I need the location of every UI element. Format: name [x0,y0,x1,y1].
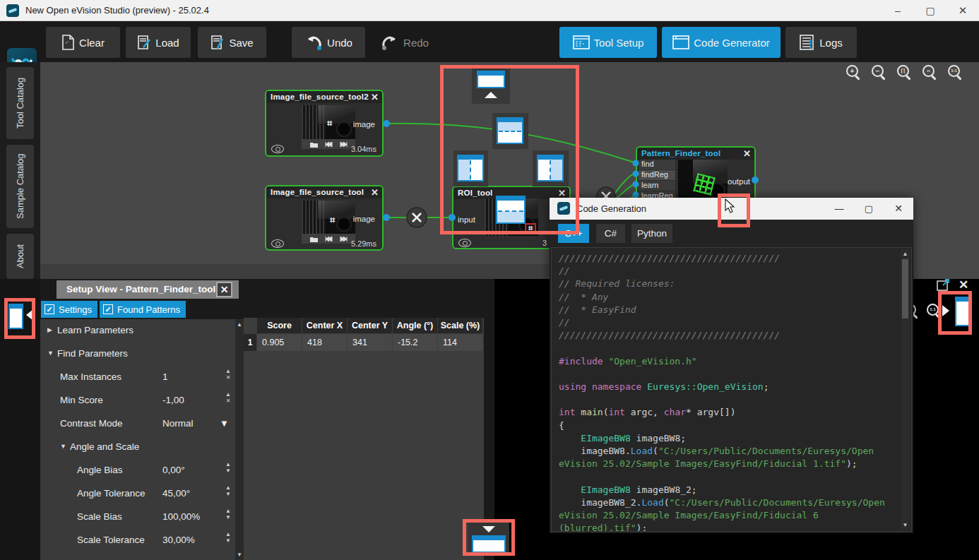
tree-value[interactable]: 30,00% [162,535,195,545]
sidebar-tab-tool-catalog[interactable]: Tool Catalog [6,67,34,139]
setup-view-close-icon[interactable]: ✕ [216,282,232,297]
tab-python[interactable]: Python [631,224,672,243]
undo-button[interactable]: Undo [292,27,365,58]
tree-row-angle-and-scale[interactable]: ▼Angle and Scale [40,436,235,459]
code-line: // Required licenses: [559,278,898,290]
tree-value[interactable]: Normal [162,418,194,429]
clear-button[interactable]: +˟ Clear [46,27,120,58]
tree-row-max-instances[interactable]: Max Instances1▲✕ [40,366,235,389]
zoom-one-to-one-icon[interactable]: 1:1 [948,65,965,82]
image-panel-close-icon[interactable]: ✕ [956,278,971,292]
tree-row-scale-bias[interactable]: Scale Bias100,00%▲▼ [40,506,235,529]
table-header-center-y[interactable]: Center Y [347,318,392,333]
popout-icon[interactable] [937,279,951,292]
spinner-control[interactable]: ▲▼ [222,531,234,544]
table-cell[interactable]: 341 [347,334,392,351]
node-image-file-source-tool[interactable]: Image_file_source_tool ✕ ⌗ image 5.29ms [265,185,384,251]
next-image-icon[interactable] [340,141,348,148]
tree-value[interactable]: 1 [162,371,168,382]
code-line: eVision 25.02/Sample Images/EasyFind/Fid… [559,458,898,470]
maximize-button[interactable]: ▢ [854,198,884,220]
spinner-clear-control[interactable]: ▲✕ [222,391,234,404]
found-patterns-checkbox[interactable]: ✓ [103,304,113,314]
sidebar-tab-about[interactable]: About [6,234,34,279]
tool-setup-button[interactable]: Tool Setup [559,27,657,58]
maximize-button[interactable]: ▢ [914,0,947,21]
parameter-tree-scrollbar[interactable]: ▲ ▼ [235,319,244,560]
spinner-control[interactable]: ▲▼ [222,484,234,497]
visibility-eye-icon[interactable] [458,239,471,247]
previous-image-icon[interactable] [325,236,333,242]
open-folder-icon[interactable] [310,141,318,148]
close-button[interactable]: ✕ [884,198,913,220]
expand-icon[interactable]: ▶ [47,326,52,333]
code-scrollbar[interactable]: ▲ ▼ [901,249,910,530]
table-header-score[interactable]: Score [256,318,302,333]
scroll-down-icon[interactable]: ▼ [901,522,910,528]
table-header-angle-[interactable]: Angle (°) [392,318,437,333]
node-close-icon[interactable]: ✕ [371,187,379,198]
table-cell[interactable]: 114 [437,334,482,351]
spinner-control[interactable]: ▲▼ [222,461,234,474]
minimize-button[interactable]: — [824,198,854,220]
node-close-icon[interactable]: ✕ [371,92,379,102]
tree-row-find-parameters[interactable]: ▼Find Parameters [40,342,235,366]
tree-value[interactable]: -1,00 [162,395,184,405]
table-header-center-x[interactable]: Center X [302,318,347,333]
tree-label: Contrast Mode [60,418,123,429]
spinner-control[interactable]: ▲▼ [222,508,234,520]
close-button[interactable]: ✕ [947,0,979,21]
settings-checkbox[interactable]: ✓ [44,304,54,314]
tree-row-min-score[interactable]: Min Score-1,00▲✕ [40,389,235,412]
scroll-up-icon[interactable]: ▲ [235,321,244,328]
minimize-button[interactable]: – [882,0,914,21]
tree-row-angle-bias[interactable]: Angle Bias0,00°▲▼ [40,459,235,482]
collapse-icon[interactable]: ▼ [47,350,54,357]
tree-label: Angle Tolerance [77,488,146,499]
node-image-file-source-tool2[interactable]: Image_file_source_tool2 ✕ ⌗ image 3.04ms [265,90,384,157]
scroll-up-icon[interactable]: ▲ [901,251,910,257]
zoom-fit-icon[interactable]: ⌈⌉ [897,65,914,82]
settings-toggle[interactable]: ✓ Settings [41,301,97,318]
code-generator-button[interactable]: Code Generator [662,27,781,58]
zoom-in-icon[interactable]: + [846,65,863,82]
node-close-icon[interactable]: ✕ [743,148,751,159]
found-patterns-label: Found Patterns [117,304,180,315]
sidebar-tab-sample-catalog[interactable]: Sample Catalog [6,145,34,228]
table-cell[interactable]: 0.905 [256,334,302,351]
collapse-icon[interactable]: ▼ [60,443,66,450]
tree-row-learn-parameters[interactable]: ▶Learn Parameters [40,319,235,342]
logs-button[interactable]: Logs [785,27,857,58]
scroll-down-icon[interactable]: ▼ [235,552,244,558]
tree-value[interactable]: 0,00° [162,465,185,475]
node-thumbnail: ⌗ [302,105,355,139]
open-folder-icon[interactable] [310,236,318,242]
load-button[interactable]: Load [126,27,191,58]
save-button[interactable]: Save [198,27,266,58]
found-patterns-toggle[interactable]: ✓ Found Patterns [100,301,186,318]
tree-row-advanced[interactable]: ▶Advanced [40,552,235,560]
visibility-eye-icon[interactable] [271,145,284,153]
redo-button[interactable]: Redo [372,27,437,58]
zoom-extents-icon[interactable]: ‹› [922,65,939,82]
spinner-clear-control[interactable]: ▲✕ [222,368,234,381]
code-line: // * Any [559,291,898,304]
next-image-icon[interactable] [340,236,348,242]
main-toolbar: +˟ Clear Load Save Undo Redo Tool Setup … [0,21,979,62]
code-editor[interactable]: ////////////////////////////////////////… [551,247,912,532]
tree-row-scale-tolerance[interactable]: Scale Tolerance30,00%▲▼ [40,529,235,552]
visibility-eye-icon[interactable] [271,239,284,248]
tree-value[interactable]: 45,00° [162,488,190,499]
zoom-out-icon[interactable]: − [872,65,889,82]
dropdown-icon[interactable]: ▼ [220,418,229,429]
scrollbar-thumb[interactable] [902,259,908,318]
tree-row-contrast-mode[interactable]: Contrast ModeNormal▼ [40,412,235,436]
table-cell[interactable]: 418 [302,334,347,351]
previous-image-icon[interactable] [325,141,333,148]
tab-csharp[interactable]: C# [596,224,625,243]
table-cell[interactable]: -15.2 [392,334,437,351]
tree-value[interactable]: 100,00% [162,511,200,522]
table-header-scale-[interactable]: Scale (%) [437,318,482,333]
setup-view-tab[interactable]: Setup View - Pattern_Finder_tool [57,280,239,299]
tree-row-angle-tolerance[interactable]: Angle Tolerance45,00°▲▼ [40,482,235,506]
